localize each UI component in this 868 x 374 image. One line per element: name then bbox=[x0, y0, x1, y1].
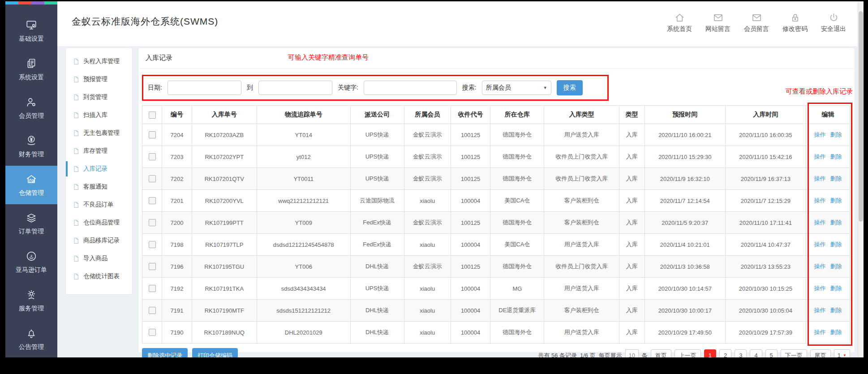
row-checkbox[interactable] bbox=[149, 241, 156, 248]
row-checkbox[interactable] bbox=[149, 329, 156, 336]
cell-warehouse: 德国海外仓 bbox=[490, 212, 544, 234]
action-view-link[interactable]: 操作 bbox=[814, 285, 825, 292]
action-view-link[interactable]: 操作 bbox=[814, 329, 825, 335]
row-checkbox[interactable] bbox=[149, 153, 156, 160]
cell-actions: 操作删除 bbox=[806, 278, 850, 300]
cell-order-no: RK107195TGU bbox=[192, 256, 257, 278]
amazon-icon: a bbox=[26, 250, 37, 262]
cell-recipient-code: 100004 bbox=[451, 234, 490, 256]
submenu-item-scan-inbound[interactable]: 扫描入库 bbox=[66, 106, 132, 124]
table-body: 7204RK107203AZBYT014UPS快递金蚁云演示100125德国海外… bbox=[142, 124, 850, 344]
page-button-3[interactable]: 3 bbox=[735, 349, 747, 358]
sidebar-item-warehouse-management[interactable]: 仓储管理 bbox=[5, 166, 57, 204]
sidebar-item-system-settings[interactable]: 系统设置 bbox=[5, 50, 57, 89]
cell-forecast-time: 2020/11/4 10:21:01 bbox=[645, 234, 725, 256]
submenu-item-customer-service-notice[interactable]: 客服通知 bbox=[66, 178, 132, 196]
action-view-link[interactable]: 操作 bbox=[814, 197, 825, 204]
submenu-item-product-transfer-records[interactable]: 商品移库记录 bbox=[66, 232, 132, 249]
action-delete-link[interactable]: 删除 bbox=[830, 153, 842, 160]
submenu-item-inbound-records[interactable]: 入库记录 bbox=[66, 160, 132, 178]
row-checkbox[interactable] bbox=[149, 175, 156, 182]
page-button-2[interactable]: 2 bbox=[719, 349, 731, 358]
submenu-item-label: 商品移库记录 bbox=[83, 236, 120, 245]
topnav-item-site-messages[interactable]: 网站留言 bbox=[705, 13, 730, 33]
action-delete-link[interactable]: 删除 bbox=[830, 219, 842, 226]
action-view-link[interactable]: 操作 bbox=[814, 175, 825, 182]
submenu-item-label: 无主包裹管理 bbox=[83, 129, 120, 137]
action-delete-link[interactable]: 删除 bbox=[830, 131, 842, 138]
cell-inbound-time: 2020/11/10 15:42:16 bbox=[725, 146, 806, 168]
sidebar-item-amazon-orders[interactable]: a亚马逊订单 bbox=[5, 243, 57, 281]
page-button-5[interactable]: 5 bbox=[765, 349, 778, 358]
app-title: 金蚁云标准版海外仓系统(SWMS) bbox=[72, 15, 218, 28]
action-view-link[interactable]: 操作 bbox=[814, 241, 825, 248]
sidebar-item-announcement-management[interactable]: 公告管理 bbox=[5, 320, 57, 357]
sidebar-item-finance-management[interactable]: 财务管理 bbox=[5, 127, 57, 166]
cell-recipient-code: 100004 bbox=[451, 322, 490, 344]
action-view-link[interactable]: 操作 bbox=[814, 153, 825, 160]
action-view-link[interactable]: 操作 bbox=[814, 263, 825, 270]
cell-tracking-no: YT006 bbox=[257, 256, 350, 278]
action-delete-link[interactable]: 删除 bbox=[830, 285, 842, 292]
row-checkbox[interactable] bbox=[149, 263, 156, 270]
topnav-item-change-password[interactable]: 修改密码 bbox=[782, 13, 808, 33]
next-page-button[interactable]: 下一页 bbox=[781, 349, 807, 358]
delete-selected-button[interactable]: 删除选中记录 bbox=[142, 348, 188, 357]
cell-type: 入库 bbox=[619, 300, 645, 322]
search-button[interactable]: 搜索 bbox=[557, 80, 583, 95]
submenu-item-inventory-management[interactable]: 库存管理 bbox=[66, 142, 132, 160]
row-checkbox[interactable] bbox=[149, 131, 156, 138]
action-view-link[interactable]: 操作 bbox=[814, 307, 825, 314]
date-to-input[interactable] bbox=[258, 81, 332, 95]
submenu-item-bin-product-management[interactable]: 仓位商品管理 bbox=[66, 214, 132, 232]
sidebar-item-label: 财务管理 bbox=[19, 150, 44, 159]
cell-actions: 操作删除 bbox=[806, 322, 850, 344]
page-button-1[interactable]: 1 bbox=[704, 349, 716, 358]
action-delete-link[interactable]: 删除 bbox=[830, 197, 842, 204]
action-delete-link[interactable]: 删除 bbox=[830, 307, 842, 314]
page-button-4[interactable]: 4 bbox=[750, 349, 762, 358]
submenu-item-forecast-management[interactable]: 预报管理 bbox=[66, 70, 132, 88]
row-checkbox[interactable] bbox=[149, 307, 156, 314]
action-view-link[interactable]: 操作 bbox=[814, 131, 825, 138]
prev-page-button[interactable]: 上一页 bbox=[675, 349, 701, 358]
submenu-item-first-leg-inbound[interactable]: 头程入库管理 bbox=[66, 52, 132, 70]
keyword-input[interactable] bbox=[364, 81, 457, 95]
vertical-scrollbar[interactable] bbox=[858, 1, 864, 357]
scrollbar-thumb[interactable] bbox=[859, 11, 863, 222]
first-page-button[interactable]: 首页 bbox=[651, 349, 671, 358]
search-type-label: 搜索: bbox=[462, 84, 477, 92]
action-view-link[interactable]: 操作 bbox=[814, 219, 825, 226]
submenu-item-defective-orders[interactable]: 不良品订单 bbox=[66, 196, 132, 214]
row-checkbox[interactable] bbox=[149, 285, 156, 292]
date-from-input[interactable] bbox=[168, 81, 241, 95]
submenu-item-arrival-management[interactable]: 到货管理 bbox=[66, 88, 132, 106]
row-checkbox[interactable] bbox=[149, 197, 156, 204]
submenu-item-unclaimed-packages[interactable]: 无主包裹管理 bbox=[66, 124, 132, 142]
cell-order-no: RK107199PTT bbox=[192, 212, 257, 234]
cell-inbound-type: 收件员上门收货入库 bbox=[544, 256, 619, 278]
table-footer: 删除选中记录 打印仓储编码 共有 56 条记录 1/6 页 每页展示 10 条 … bbox=[142, 348, 850, 357]
sidebar-item-service-management[interactable]: 服务管理 bbox=[5, 281, 57, 320]
last-page-button[interactable]: 尾页 bbox=[810, 349, 831, 358]
page-jump-select[interactable]: 1 ▼ bbox=[834, 349, 850, 357]
topnav-item-member-messages[interactable]: 会员留言 bbox=[744, 13, 769, 33]
records-table: 编号入库单号物流追踪单号派送公司所属会员收件代号所在仓库入库类型类型预报时间入库… bbox=[142, 105, 850, 344]
action-delete-link[interactable]: 删除 bbox=[830, 241, 842, 248]
sidebar-item-member-management[interactable]: 会员管理 bbox=[5, 89, 57, 127]
action-delete-link[interactable]: 删除 bbox=[830, 263, 842, 270]
table-row: 7204RK107203AZBYT014UPS快递金蚁云演示100125德国海外… bbox=[142, 124, 850, 146]
action-delete-link[interactable]: 删除 bbox=[830, 175, 842, 182]
per-page-input[interactable]: 10 bbox=[625, 349, 639, 357]
submenu-item-import-products[interactable]: 导入商品 bbox=[66, 249, 132, 267]
print-codes-button[interactable]: 打印仓储编码 bbox=[192, 348, 238, 357]
sidebar-item-basic-settings[interactable]: 基础设置 bbox=[5, 12, 57, 50]
action-delete-link[interactable]: 删除 bbox=[830, 329, 842, 335]
topnav-item-logout[interactable]: 安全退出 bbox=[821, 13, 846, 33]
select-all-checkbox[interactable] bbox=[149, 112, 156, 119]
topnav-item-home[interactable]: 系统首页 bbox=[667, 13, 692, 33]
search-type-select[interactable]: 所属会员 ▼ bbox=[482, 81, 551, 95]
submenu-item-warehouse-statistics[interactable]: 仓储统计图表 bbox=[66, 267, 132, 285]
sidebar-item-order-management[interactable]: 订单管理 bbox=[5, 204, 57, 243]
row-checkbox[interactable] bbox=[149, 219, 156, 226]
